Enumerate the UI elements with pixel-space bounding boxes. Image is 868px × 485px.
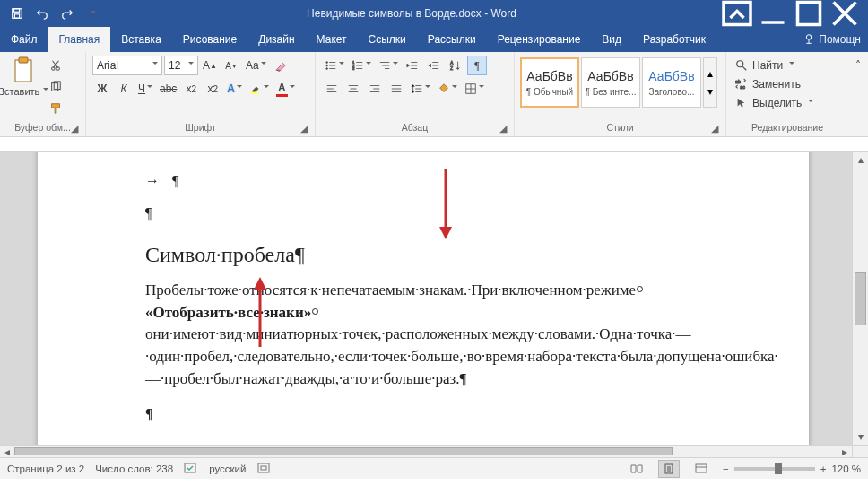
clear-format-button[interactable] xyxy=(271,56,291,75)
save-button[interactable] xyxy=(5,3,29,24)
justify-button[interactable] xyxy=(386,79,406,99)
format-painter-button[interactable] xyxy=(46,99,65,118)
align-center-button[interactable] xyxy=(343,79,363,99)
ruler[interactable] xyxy=(0,137,868,152)
highlight-button[interactable] xyxy=(247,79,272,99)
svg-rect-2 xyxy=(14,14,19,18)
svg-point-15 xyxy=(326,65,328,66)
scroll-thumb[interactable] xyxy=(14,447,673,455)
text-effects-button[interactable]: A xyxy=(224,79,245,99)
minimize-button[interactable] xyxy=(755,0,791,27)
increase-indent-button[interactable] xyxy=(424,56,444,75)
status-page[interactable]: Страница 2 из 2 xyxy=(7,463,84,474)
underline-button[interactable]: Ч xyxy=(135,79,155,99)
cut-button[interactable] xyxy=(46,56,65,75)
scroll-down-button[interactable]: ▾ xyxy=(853,429,868,445)
font-size-combo[interactable]: 12 xyxy=(164,56,198,75)
tell-me[interactable]: Помощн xyxy=(795,27,868,52)
select-button[interactable]: Выделить xyxy=(735,95,813,111)
status-proofing-icon[interactable] xyxy=(184,462,198,476)
tab-references[interactable]: Ссылки xyxy=(358,27,417,52)
horizontal-scrollbar[interactable]: ◂ ▸ xyxy=(0,445,852,457)
show-marks-button[interactable]: ¶ xyxy=(467,56,487,75)
font-name-combo[interactable]: Arial xyxy=(92,56,162,75)
view-print-button[interactable] xyxy=(658,460,680,478)
find-button[interactable]: Найти xyxy=(735,57,813,74)
maximize-button[interactable] xyxy=(791,0,827,27)
style-no-spacing[interactable]: АаБбВв¶ Без инте... xyxy=(581,57,640,108)
borders-button[interactable] xyxy=(462,79,487,99)
status-language[interactable]: русский xyxy=(209,463,246,474)
zoom-in-button[interactable]: + xyxy=(820,463,827,474)
styles-more-button[interactable]: ▴▾ xyxy=(703,57,717,108)
tab-layout[interactable]: Макет xyxy=(306,27,358,52)
tab-file[interactable]: Файл xyxy=(0,27,48,52)
view-read-button[interactable] xyxy=(626,460,647,478)
superscript-button[interactable]: x2 xyxy=(203,79,222,99)
bold-button[interactable]: Ж xyxy=(92,79,112,99)
scroll-thumb[interactable] xyxy=(855,272,866,325)
undo-button[interactable] xyxy=(30,3,54,24)
zoom-out-button[interactable]: − xyxy=(723,463,729,474)
tab-pilcrow-line: ¶ xyxy=(145,173,766,189)
style-normal[interactable]: АаБбВв¶ Обычный xyxy=(520,57,579,108)
status-macro-icon[interactable] xyxy=(256,462,271,476)
tab-home[interactable]: Главная xyxy=(48,27,111,52)
paste-button[interactable]: Вставить xyxy=(4,54,43,97)
replace-button[interactable]: abacЗаменить xyxy=(735,76,813,92)
italic-button[interactable]: К xyxy=(114,79,134,99)
document-viewport[interactable]: ¶ ¶ Символ·пробела¶ Пробелы·тоже·относят… xyxy=(0,152,852,445)
tab-view[interactable]: Вид xyxy=(591,27,632,52)
close-button[interactable] xyxy=(827,0,863,27)
multilevel-button[interactable] xyxy=(376,56,401,75)
scroll-left-button[interactable]: ◂ xyxy=(0,446,14,457)
sort-button[interactable]: AZ xyxy=(446,56,465,75)
scroll-up-button[interactable]: ▴ xyxy=(853,152,868,168)
bullets-button[interactable] xyxy=(322,56,347,75)
change-case-button[interactable]: Aa xyxy=(243,56,269,75)
vertical-scrollbar[interactable]: ▴ ▾ xyxy=(852,152,868,445)
svg-text:3: 3 xyxy=(352,66,355,71)
dialog-launcher-icon[interactable]: ◢ xyxy=(69,123,80,134)
decrease-indent-button[interactable] xyxy=(403,56,422,75)
pilcrow-line-bold: ¶ xyxy=(145,406,766,422)
tab-draw[interactable]: Рисование xyxy=(172,27,247,52)
grow-font-button[interactable]: A▲ xyxy=(200,56,220,75)
qat-customize[interactable] xyxy=(81,3,104,24)
shrink-font-button[interactable]: A▼ xyxy=(221,56,241,75)
line-spacing-button[interactable] xyxy=(408,79,433,99)
page[interactable]: ¶ ¶ Символ·пробела¶ Пробелы·тоже·относят… xyxy=(38,152,809,445)
numbering-button[interactable]: 123 xyxy=(349,56,374,75)
svg-text:ab: ab xyxy=(735,79,741,84)
align-right-button[interactable] xyxy=(365,79,385,99)
tab-review[interactable]: Рецензирование xyxy=(487,27,592,52)
font-color-button[interactable]: A xyxy=(273,79,298,99)
dialog-launcher-icon[interactable]: ◢ xyxy=(709,123,720,134)
tab-insert[interactable]: Вставка xyxy=(110,27,172,52)
collapse-ribbon-button[interactable]: ˄ xyxy=(848,56,868,75)
redo-button[interactable] xyxy=(56,3,79,24)
title-bar: Невидимые символы в Ворде.docx - Word xyxy=(0,0,868,27)
tab-design[interactable]: Дизайн xyxy=(247,27,305,52)
copy-button[interactable] xyxy=(46,77,65,97)
dialog-launcher-icon[interactable]: ◢ xyxy=(299,123,309,134)
scroll-right-button[interactable]: ▸ xyxy=(838,446,852,457)
shading-button[interactable] xyxy=(435,79,460,99)
scroll-corner xyxy=(852,445,868,457)
svg-text:Z: Z xyxy=(450,65,454,71)
svg-point-23 xyxy=(737,61,743,67)
align-left-button[interactable] xyxy=(322,79,342,99)
tab-developer[interactable]: Разработчик xyxy=(632,27,716,52)
tab-mailings[interactable]: Рассылки xyxy=(417,27,487,52)
status-words[interactable]: Число слов: 238 xyxy=(95,463,173,474)
style-heading[interactable]: АаБбВвЗаголово... xyxy=(642,57,701,108)
dialog-launcher-icon[interactable]: ◢ xyxy=(498,123,508,134)
svg-rect-1 xyxy=(14,9,20,13)
strike-button[interactable]: abc xyxy=(157,79,179,99)
zoom-slider[interactable] xyxy=(734,467,815,471)
zoom-level[interactable]: 120 % xyxy=(831,463,861,474)
view-web-button[interactable] xyxy=(690,460,712,478)
ribbon-options-button[interactable] xyxy=(719,0,755,27)
subscript-button[interactable]: x2 xyxy=(181,79,201,99)
group-label-styles: Стили◢ xyxy=(518,122,722,136)
